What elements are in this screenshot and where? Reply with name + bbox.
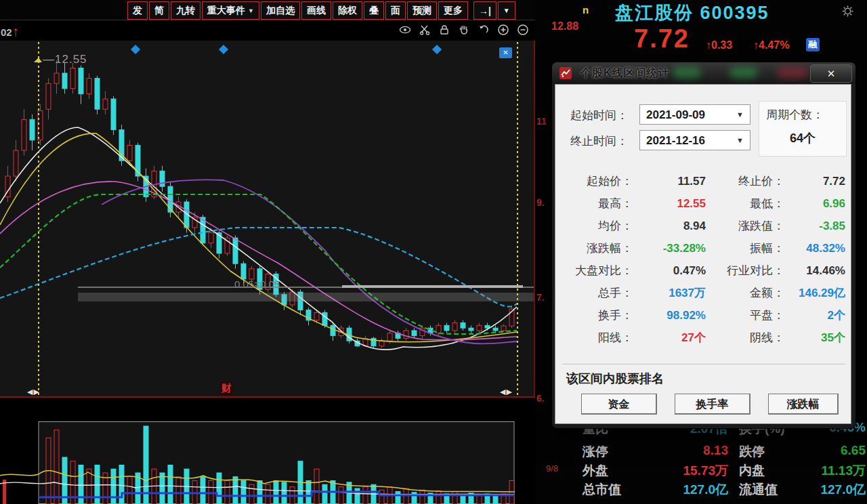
decor-blob: [777, 67, 808, 78]
period-count-label: 周期个数：: [766, 107, 824, 123]
hand-icon[interactable]: [457, 23, 471, 37]
gear-icon[interactable]: [841, 5, 854, 20]
stat-value: 7.72: [784, 170, 845, 192]
jump-button[interactable]: →|: [473, 1, 496, 20]
zoom-out-icon[interactable]: [516, 23, 530, 37]
stat-value: 35个: [784, 327, 845, 349]
volume-panel[interactable]: [0, 421, 535, 504]
toolbar-button-1[interactable]: 简: [149, 1, 169, 20]
toolbar-button-9[interactable]: 预测: [407, 1, 437, 20]
quote-row: 外盘15.73万内盘11.13万: [535, 462, 867, 478]
quote-value: 127.0亿: [630, 481, 728, 499]
stat-row: 均价：8.94涨跌值：-3.85: [562, 215, 845, 237]
kline-chart[interactable]: —12.55 0.05=0.05 ✕ 财 ◀▶ ◀▶: [0, 41, 535, 396]
start-date-select[interactable]: 2021-09-09▼: [639, 104, 750, 125]
dialog-close-button[interactable]: ✕: [810, 64, 852, 83]
volume-canvas: [0, 421, 535, 504]
toolbar-button-6[interactable]: 除权: [333, 1, 362, 20]
dialog-app-icon: [559, 66, 572, 83]
price-fragment: 02↑: [1, 24, 19, 39]
quote-row: 总市值127.0亿流通值127.0亿: [535, 481, 867, 497]
price-axis-tick: 7.: [536, 292, 545, 303]
quote-value: 15.73万: [630, 462, 728, 480]
high-price-label: —12.55: [43, 53, 87, 66]
quote-value: 127.0亿: [772, 481, 866, 499]
stat-value: 11.57: [633, 170, 706, 192]
margin-badge: 融: [806, 38, 820, 51]
chevron-down-icon: ▼: [736, 136, 744, 144]
toolbar-button-2[interactable]: 九转: [171, 1, 200, 20]
chart-axis-line: [0, 396, 535, 398]
chart-tools: [398, 23, 530, 37]
stat-label: 起始价：: [562, 170, 633, 192]
stat-value: 12.55: [633, 192, 706, 215]
undo-icon[interactable]: [477, 23, 490, 37]
chart-close-button[interactable]: ✕: [499, 47, 512, 58]
ranking-section-title: 该区间内股票排名: [566, 371, 664, 387]
chart-tool-row: 02↑: [0, 21, 535, 40]
stat-label: 均价：: [562, 215, 633, 237]
stat-label: 最低：: [706, 192, 784, 215]
toolbar-button-7[interactable]: 叠: [364, 1, 384, 20]
toolbar-more-arrow[interactable]: ▼: [498, 1, 515, 20]
stat-label: 涨跌值：: [706, 215, 784, 237]
stat-label: 行业对比：: [706, 259, 784, 282]
stat-row: 最高：12.55最低：6.96: [562, 192, 845, 215]
kline-canvas: [0, 41, 535, 396]
stat-value: 27个: [633, 327, 706, 349]
price-axis-tick: 9.: [536, 197, 545, 208]
funds-button[interactable]: 资金: [581, 394, 657, 415]
stat-label: 最高：: [562, 192, 633, 215]
toolbar-button-3[interactable]: 重大事件▼: [202, 1, 259, 20]
toolbar-button-10[interactable]: 更多: [438, 1, 468, 20]
stat-row: 阳线：27个阴线：35个: [562, 327, 845, 349]
scissors-icon[interactable]: [418, 23, 431, 37]
current-price: 7.72: [634, 24, 690, 54]
stat-label: 终止价：: [706, 170, 784, 192]
lock-icon[interactable]: [438, 23, 451, 37]
stat-row: 换手：98.92%平盘：2个: [562, 304, 845, 327]
period-count-value: 64个: [759, 130, 846, 146]
price-change: ↑0.33: [706, 39, 732, 51]
zoom-in-icon[interactable]: [496, 23, 510, 37]
price-axis-tick: 6.: [536, 393, 545, 404]
stat-label: 换手：: [562, 304, 633, 327]
decor-blob: [729, 67, 758, 78]
end-date-select[interactable]: 2021-12-16▼: [639, 130, 750, 150]
toolbar-button-0[interactable]: 发: [127, 1, 148, 20]
turnover-button[interactable]: 换手率: [675, 394, 750, 415]
stat-row: 大盘对比：0.47%行业对比：14.46%: [562, 259, 845, 282]
quote-label: 涨停: [583, 443, 608, 461]
quote-label: 内盘: [739, 462, 765, 480]
stat-label: 平盘：: [706, 304, 784, 327]
dialog-body: 起始时间： 2021-09-09▼ 终止时间： 2021-12-16▼ 周期个数…: [555, 84, 851, 424]
dialog-titlebar[interactable]: 个股K线区间统计 ✕: [552, 62, 855, 84]
eye-icon[interactable]: [398, 23, 412, 37]
stat-value: 146.29亿: [784, 282, 845, 304]
stat-label: 总手：: [562, 282, 633, 304]
toolbar-button-5[interactable]: 画线: [301, 1, 331, 20]
range-handle-left[interactable]: ◀▶: [27, 387, 40, 396]
stats-grid: 起始价：11.57终止价：7.72最高：12.55最低：6.96均价：8.94涨…: [562, 170, 845, 349]
stock-app-window: 发简九转重大事件▼加自选画线除权叠面预测更多→|▼ 02↑ —12.55 0.0…: [0, 0, 867, 504]
quote-value: 6.65: [772, 443, 866, 458]
range-handle-right[interactable]: ◀▶: [500, 387, 513, 396]
kline-range-stats-dialog: 个股K线区间统计 ✕ 起始时间： 2021-09-09▼ 终止时间： 2021-…: [552, 62, 855, 428]
quote-value: 11.13万: [772, 462, 866, 480]
stat-value: 1637万: [633, 282, 706, 304]
toolbar-button-4[interactable]: 加自选: [261, 1, 300, 20]
toolbar-button-8[interactable]: 面: [385, 1, 406, 20]
decor-blob: [673, 67, 701, 78]
stat-row: 涨跌幅：-33.28%振幅：48.32%: [562, 237, 845, 259]
stat-value: 48.32%: [784, 237, 845, 259]
quote-label: 外盘: [583, 462, 608, 480]
stat-value: 98.92%: [633, 304, 706, 327]
stat-label: 振幅：: [706, 237, 784, 259]
stat-value: 8.94: [633, 215, 706, 237]
text-fragment: 9/8: [546, 463, 558, 474]
toolbar-buttons: 发简九转重大事件▼加自选画线除权叠面预测更多→|▼: [127, 1, 515, 20]
change-pct-button[interactable]: 涨跌幅: [768, 394, 839, 415]
stat-row: 起始价：11.57终止价：7.72: [562, 170, 845, 192]
up-arrow-icon: ↑: [12, 24, 19, 39]
stat-label: 大盘对比：: [562, 259, 633, 282]
